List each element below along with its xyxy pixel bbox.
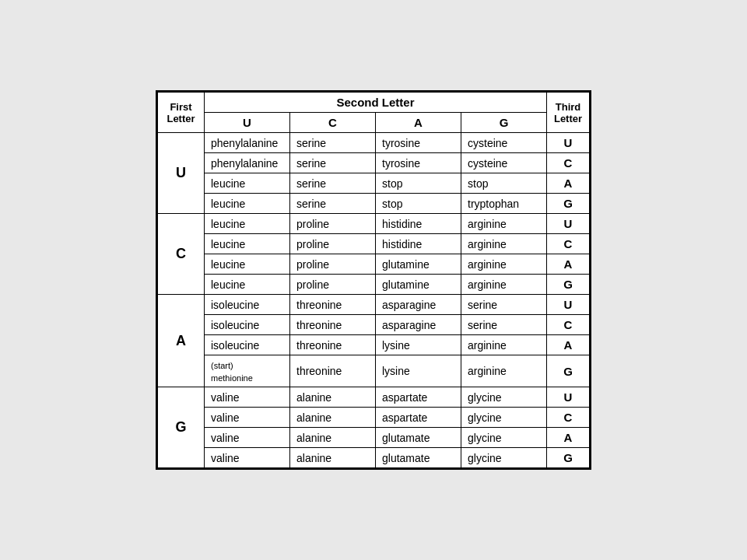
third-letter-G-3: G xyxy=(547,448,590,468)
table-row: leucineprolinehistidinearginineC xyxy=(158,234,590,254)
table-row: leucineserinestopstopA xyxy=(158,173,590,194)
cell-G-1-0: valine xyxy=(205,408,290,428)
third-letter-U-2: A xyxy=(547,173,590,194)
cell-G-1-1: alanine xyxy=(290,408,376,428)
first-letter-U: U xyxy=(158,133,205,214)
third-letter-G-1: C xyxy=(547,408,590,428)
cell-A-0-3: serine xyxy=(461,295,547,315)
table-row: (start)methioninethreoninelysinearginine… xyxy=(158,355,590,387)
cell-G-3-3: glycine xyxy=(461,448,547,468)
third-letter-C-0: U xyxy=(547,214,590,234)
table-row: isoleucinethreonineasparagineserineC xyxy=(158,315,590,335)
cell-U-0-3: cysteine xyxy=(461,133,547,153)
cell-C-1-0: leucine xyxy=(205,234,290,254)
cell-G-1-2: aspartate xyxy=(376,408,461,428)
cell-G-2-0: valine xyxy=(205,428,290,448)
third-letter-G-2: A xyxy=(547,428,590,448)
cell-U-1-1: serine xyxy=(290,153,376,173)
col-a-header: A xyxy=(376,113,461,133)
third-letter-A-3: G xyxy=(547,355,590,387)
cell-C-2-2: glutamine xyxy=(376,254,461,275)
cell-G-2-3: glycine xyxy=(461,428,547,448)
table-row: CleucineprolinehistidinearginineU xyxy=(158,214,590,234)
third-letter-A-2: A xyxy=(547,335,590,355)
third-letter-C-2: A xyxy=(547,254,590,275)
cell-U-0-0: phenylalanine xyxy=(205,133,290,153)
table-row: leucineprolineglutaminearginineG xyxy=(158,275,590,295)
cell-C-3-3: arginine xyxy=(461,275,547,295)
third-letter-U-0: U xyxy=(547,133,590,153)
cell-U-0-1: serine xyxy=(290,133,376,153)
table-row: valinealanineglutamateglycineG xyxy=(158,448,590,468)
first-letter-G: G xyxy=(158,387,205,468)
cell-G-0-2: aspartate xyxy=(376,387,461,408)
col-g-header: G xyxy=(461,113,547,133)
table-row: AisoleucinethreonineasparagineserineU xyxy=(158,295,590,315)
third-letter-C-1: C xyxy=(547,234,590,254)
first-letter-C: C xyxy=(158,214,205,295)
cell-A-0-1: threonine xyxy=(290,295,376,315)
col-c-header: C xyxy=(290,113,376,133)
table-row: leucineserinestoptryptophanG xyxy=(158,194,590,214)
third-letter-A-0: U xyxy=(547,295,590,315)
cell-U-1-2: tyrosine xyxy=(376,153,461,173)
third-letter-U-1: C xyxy=(547,153,590,173)
col-u-header: U xyxy=(205,113,290,133)
table-row: valinealanineglutamateglycineA xyxy=(158,428,590,448)
third-letter-C-3: G xyxy=(547,275,590,295)
cell-G-3-0: valine xyxy=(205,448,290,468)
cell-U-3-3: tryptophan xyxy=(461,194,547,214)
table-row: isoleucinethreoninelysinearginineA xyxy=(158,335,590,355)
cell-C-0-3: arginine xyxy=(461,214,547,234)
cell-U-2-2: stop xyxy=(376,173,461,194)
table-row: GvalinealanineaspartateglycineU xyxy=(158,387,590,408)
cell-C-1-1: proline xyxy=(290,234,376,254)
cell-A-2-0: isoleucine xyxy=(205,335,290,355)
genetic-code-table: FirstLetter Second Letter ThirdLetter U … xyxy=(156,90,591,470)
cell-A-3-3: arginine xyxy=(461,355,547,387)
cell-C-0-1: proline xyxy=(290,214,376,234)
cell-C-2-3: arginine xyxy=(461,254,547,275)
table-row: valinealanineaspartateglycineC xyxy=(158,408,590,428)
third-letter-U-3: G xyxy=(547,194,590,214)
cell-G-1-3: glycine xyxy=(461,408,547,428)
cell-U-3-1: serine xyxy=(290,194,376,214)
cell-G-3-2: glutamate xyxy=(376,448,461,468)
cell-C-2-1: proline xyxy=(290,254,376,275)
cell-G-0-0: valine xyxy=(205,387,290,408)
second-letter-header: Second Letter xyxy=(205,93,547,113)
cell-A-1-1: threonine xyxy=(290,315,376,335)
cell-A-1-0: isoleucine xyxy=(205,315,290,335)
cell-A-0-2: asparagine xyxy=(376,295,461,315)
cell-U-2-1: serine xyxy=(290,173,376,194)
cell-A-2-3: arginine xyxy=(461,335,547,355)
cell-A-3-0: (start)methionine xyxy=(205,355,290,387)
cell-C-3-1: proline xyxy=(290,275,376,295)
cell-C-1-3: arginine xyxy=(461,234,547,254)
cell-G-3-1: alanine xyxy=(290,448,376,468)
table-row: leucineprolineglutaminearginineA xyxy=(158,254,590,275)
cell-C-0-0: leucine xyxy=(205,214,290,234)
cell-U-3-2: stop xyxy=(376,194,461,214)
cell-C-1-2: histidine xyxy=(376,234,461,254)
cell-U-1-0: phenylalanine xyxy=(205,153,290,173)
table-row: UphenylalanineserinetyrosinecysteineU xyxy=(158,133,590,153)
cell-G-0-1: alanine xyxy=(290,387,376,408)
cell-U-3-0: leucine xyxy=(205,194,290,214)
cell-U-2-0: leucine xyxy=(205,173,290,194)
cell-G-2-1: alanine xyxy=(290,428,376,448)
cell-A-2-2: lysine xyxy=(376,335,461,355)
third-letter-header: ThirdLetter xyxy=(547,93,590,133)
cell-G-0-3: glycine xyxy=(461,387,547,408)
cell-C-2-0: leucine xyxy=(205,254,290,275)
first-letter-A: A xyxy=(158,295,205,387)
cell-U-1-3: cysteine xyxy=(461,153,547,173)
cell-U-0-2: tyrosine xyxy=(376,133,461,153)
cell-A-1-2: asparagine xyxy=(376,315,461,335)
cell-C-3-0: leucine xyxy=(205,275,290,295)
cell-A-3-1: threonine xyxy=(290,355,376,387)
cell-C-0-2: histidine xyxy=(376,214,461,234)
third-letter-A-1: C xyxy=(547,315,590,335)
cell-C-3-2: glutamine xyxy=(376,275,461,295)
cell-A-1-3: serine xyxy=(461,315,547,335)
